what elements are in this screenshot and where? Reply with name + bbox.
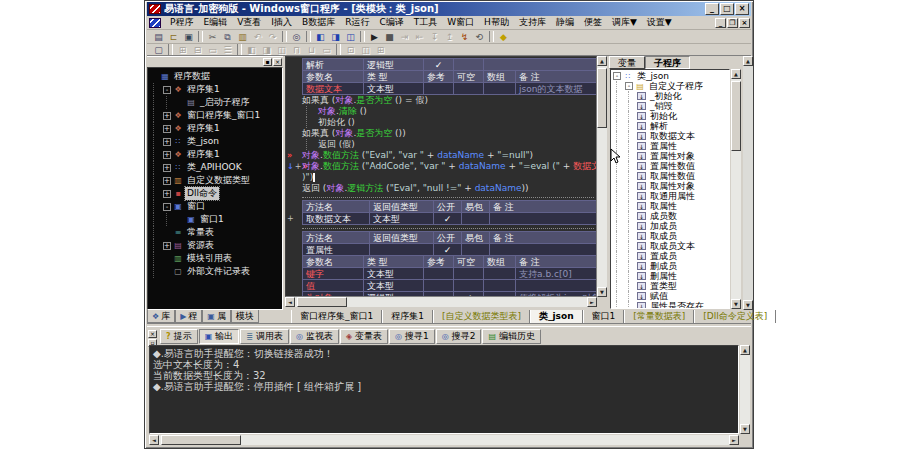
mdi-restore-button[interactable]: ❐	[727, 18, 738, 28]
cut-button[interactable]: ✂	[205, 31, 220, 43]
tree-item[interactable]: ▢外部文件记录表	[150, 265, 282, 278]
run-to-cursor-button[interactable]: ↥	[442, 31, 457, 43]
paste-button[interactable]: ▥	[235, 31, 250, 43]
tree-item[interactable]: ▤_启动子程序	[150, 96, 282, 109]
align-left-button[interactable]: ⊞	[175, 44, 190, 56]
tab-variables[interactable]: 变量	[609, 56, 645, 69]
tree-item[interactable]: +❖程序集1	[150, 148, 282, 161]
open-button[interactable]: ⊏	[166, 31, 181, 43]
bottom-panel-tab[interactable]: ◎监视表	[290, 329, 339, 344]
document-tab[interactable]: 窗口程序集_窗口1	[291, 310, 382, 323]
grid-button[interactable]: ⊞	[373, 44, 388, 56]
lock-controls-button[interactable]: ◫	[358, 44, 373, 56]
tree-item[interactable]: +▥自定义数据类型	[150, 174, 282, 187]
menu-item[interactable]: W窗口	[442, 15, 479, 30]
subroutine-tree[interactable]: -∷类_json-▤自定义子程序↓_初始化↓_销毁↓初始化↓解析↓取数据文本↓置…	[610, 69, 730, 309]
member-item[interactable]: ↓属性是否存在	[613, 301, 729, 309]
bottom-panel-tab[interactable]: ▣输出	[199, 329, 240, 344]
bottom-panel-tab[interactable]: ≣调用表	[240, 329, 289, 344]
scroll-up-icon[interactable]: ▲	[743, 56, 753, 66]
panel-mini-tab[interactable]: ❖库	[147, 310, 175, 323]
code-line[interactable]: 返回 (假)	[286, 139, 596, 150]
new-button[interactable]: ▤	[151, 31, 166, 43]
stop-button[interactable]: ■	[382, 31, 397, 43]
output-log[interactable]: ◆.易语言助手提醒您：切换链接器成功！选中文本长度为：4当前数据类型长度为：32…	[149, 345, 739, 434]
code-line[interactable]: 返回 (对象.逻辑方法 ("Eval", "null !=" + dataNam…	[286, 183, 596, 194]
tree-item[interactable]: +▤资源表	[150, 239, 282, 252]
same-size-button[interactable]: ◫	[274, 44, 289, 56]
menu-item[interactable]: C编译	[374, 15, 408, 30]
editor-table-cell[interactable]: ✓	[434, 212, 462, 225]
editor-table-cell[interactable]: json的文本数据	[516, 82, 597, 95]
editor-table-cell[interactable]	[484, 82, 516, 95]
dock-pin-button[interactable]: ▪	[263, 58, 272, 66]
align-bottom-button[interactable]: ☰	[220, 44, 235, 56]
close-output-button[interactable]: ×	[148, 330, 157, 338]
minimize-button[interactable]: _	[705, 3, 719, 15]
align-right-button[interactable]: ⊟	[190, 44, 205, 56]
code-editor[interactable]: 解析逻辑型✓参数名类 型参考可空数组备 注数据文本文本型json的文本数据如果真…	[285, 56, 597, 297]
menu-item[interactable]: 静编	[551, 15, 579, 30]
editor-table-cell[interactable]: 取数据文本	[302, 212, 370, 225]
tree-item[interactable]: -▣窗口	[150, 200, 282, 213]
tree-item[interactable]: ≡常量表	[150, 226, 282, 239]
output-horizontal-scrollbar[interactable]: ◄ ►	[149, 435, 739, 445]
editor-table-cell[interactable]: 文本型	[370, 212, 434, 225]
member-item[interactable]: ↓置类型	[613, 281, 729, 291]
layout-left-button[interactable]: ◧	[313, 31, 328, 43]
bottom-panel-tab[interactable]: ◎搜寻2	[436, 329, 482, 344]
menu-item[interactable]: V查看	[232, 15, 266, 30]
space-across-button[interactable]: ⊓	[289, 44, 304, 56]
menu-item[interactable]: 调库▼	[607, 15, 642, 30]
copy-button[interactable]: ⧉	[220, 31, 235, 43]
scroll-up-icon[interactable]: ▲	[731, 69, 741, 79]
title-bar[interactable]: 易语言-加密狗版 - Windows窗口程序 - [类模块：类_json] _□…	[147, 2, 751, 16]
scroll-up-icon[interactable]: ▲	[740, 345, 750, 355]
document-tab[interactable]: [自定义数据类型表]	[433, 310, 530, 323]
document-tab[interactable]: [常量数据表]	[624, 310, 694, 323]
mdi-close-button[interactable]: ×	[739, 18, 750, 28]
tab-subroutines[interactable]: 子程序	[645, 56, 690, 69]
document-tab[interactable]: 类_json	[530, 310, 583, 323]
tab-order-button[interactable]: ⊡	[343, 44, 358, 56]
run-button[interactable]: ▶	[367, 31, 382, 43]
scroll-left-icon[interactable]: ◄	[285, 297, 295, 307]
scrollbar-thumb[interactable]	[161, 435, 241, 445]
scrollbar-thumb[interactable]	[297, 297, 347, 307]
code-line[interactable]: )")	[286, 172, 596, 183]
undo-button[interactable]: ↶	[250, 31, 265, 43]
tree-expander[interactable]: -	[625, 82, 633, 90]
scroll-left-icon[interactable]: ◄	[149, 435, 159, 445]
menu-item[interactable]: 支持库	[514, 15, 551, 30]
close-panel-button[interactable]: ×	[273, 58, 282, 66]
editor-vertical-scrollbar[interactable]: ▲ ▼	[597, 56, 607, 297]
workspace-edge-scrollbar[interactable]: ▲ ▼	[743, 56, 753, 310]
member-item[interactable]: ↓初始化	[613, 111, 729, 121]
menu-item[interactable]: P程序	[165, 15, 198, 30]
tree-expander[interactable]: +	[163, 164, 171, 172]
editor-table-cell[interactable]	[462, 212, 490, 225]
menu-item[interactable]: E编辑	[198, 15, 232, 30]
tree-expander[interactable]: -	[163, 203, 171, 211]
panel-mini-tab[interactable]: ▶程	[175, 310, 202, 323]
breakpoint-button[interactable]: ↯	[457, 31, 472, 43]
panel-mini-tab[interactable]: 模块	[231, 310, 259, 323]
document-tab[interactable]: 程序集1	[382, 310, 433, 323]
tree-item[interactable]: ▥模块引用表	[150, 252, 282, 265]
save-button[interactable]: ▣	[181, 31, 196, 43]
align-top-button[interactable]: ▭	[205, 44, 220, 56]
scroll-right-icon[interactable]: ►	[729, 435, 739, 445]
layout-split-button[interactable]: ◫	[343, 31, 358, 43]
tree-item[interactable]: +❖窗口程序集_窗口1	[150, 109, 282, 122]
bottom-panel-tab[interactable]: ◈变量表	[340, 329, 388, 344]
center-horizontal-button[interactable]: ▭	[319, 44, 334, 56]
space-down-button[interactable]: ⊔	[304, 44, 319, 56]
tree-item[interactable]: ▣窗口1	[150, 213, 282, 226]
scroll-down-icon[interactable]: ▼	[743, 300, 753, 310]
tree-item[interactable]: -❖程序集1	[150, 83, 282, 96]
editor-horizontal-scrollbar[interactable]: ◄ ►	[285, 297, 597, 307]
code-line[interactable]: »对象.数值方法 ("Eval", "var " + dataName + "=…	[286, 150, 596, 161]
close-button[interactable]: ×	[735, 3, 749, 15]
bottom-panel-tab[interactable]: ◎搜寻1	[389, 329, 435, 344]
find-button[interactable]: ◎	[289, 31, 304, 43]
